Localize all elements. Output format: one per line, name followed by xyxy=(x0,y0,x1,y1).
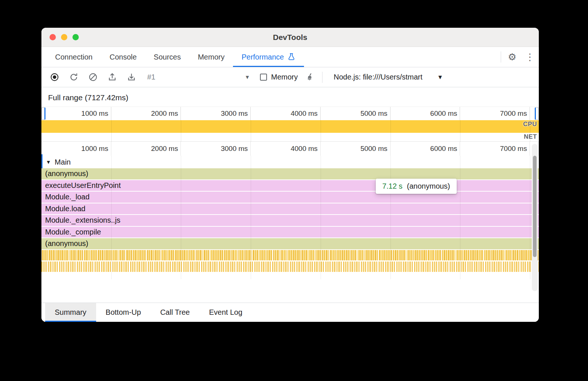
clear-icon xyxy=(88,73,98,82)
full-range-label: Full range (7127.42ms) xyxy=(41,87,539,107)
flame-entry-module-load[interactable]: Module.load xyxy=(41,203,539,215)
flame-entry-module-compile[interactable]: Module._compile xyxy=(41,227,539,239)
save-profile-button[interactable] xyxy=(124,70,138,84)
ruler-tick: 1000 ms xyxy=(41,107,111,120)
collapse-triangle-icon: ▼ xyxy=(46,159,51,165)
load-profile-button[interactable] xyxy=(105,70,119,84)
flame-micro-entries-band-2[interactable] xyxy=(41,262,539,273)
main-track-header[interactable]: ▼ Main xyxy=(41,156,539,168)
memory-checkbox[interactable] xyxy=(260,74,267,81)
download-icon xyxy=(127,73,136,82)
tab-memory-label: Memory xyxy=(198,53,224,61)
ruler-tick: 4000 ms xyxy=(251,142,321,156)
clear-button[interactable] xyxy=(86,70,100,84)
flame-chart: 1000 ms 2000 ms 3000 ms 4000 ms 5000 ms … xyxy=(41,142,539,303)
toolbar-divider xyxy=(322,72,322,83)
flame-entry-label: Module._extensions..js xyxy=(45,216,120,225)
track-selection-bar xyxy=(41,154,43,168)
tab-event-log-label: Event Log xyxy=(209,308,242,317)
desktop-background: DevTools Connection Console Sources Memo… xyxy=(0,0,588,381)
target-select-value: Node.js: file:///Users/stmart xyxy=(334,73,422,81)
record-button[interactable] xyxy=(47,70,61,84)
ruler-tick: 6000 ms xyxy=(391,142,460,156)
ruler-tick: 3000 ms xyxy=(181,107,251,120)
traffic-lights xyxy=(50,28,79,47)
tab-event-log[interactable]: Event Log xyxy=(199,303,252,322)
flame-entry-label: executeUserEntryPoint xyxy=(45,181,121,190)
flame-entry-label: (anonymous) xyxy=(45,169,88,178)
tooltip-label: (anonymous) xyxy=(407,182,450,190)
reload-and-record-button[interactable] xyxy=(67,70,81,84)
performance-toolbar: #1 ▾ Memory Node.js: file:///Users/stmar… xyxy=(41,67,539,87)
ruler-tick: 4000 ms xyxy=(251,107,321,120)
range-handle-right[interactable] xyxy=(535,107,539,120)
ruler-tick: 3000 ms xyxy=(181,142,251,156)
tabbar-divider xyxy=(501,51,501,63)
flame-entry-label: (anonymous) xyxy=(45,239,88,248)
performance-panel: Full range (7127.42ms) 1000 ms 2000 ms 3… xyxy=(41,87,539,303)
close-window-button[interactable] xyxy=(50,34,56,40)
network-track[interactable]: NET xyxy=(41,133,539,142)
cpu-activity-track[interactable]: CPU xyxy=(41,120,539,133)
flame-entry-module-load-underscore[interactable]: Module._load xyxy=(41,192,539,203)
tab-memory[interactable]: Memory xyxy=(189,47,233,67)
tab-bottom-up[interactable]: Bottom-Up xyxy=(96,303,151,322)
record-icon xyxy=(50,73,59,82)
timeline-overview[interactable]: 1000 ms 2000 ms 3000 ms 4000 ms 5000 ms … xyxy=(41,107,539,142)
ruler-tick: 5000 ms xyxy=(321,142,391,156)
ruler-tick: 7000 ms xyxy=(460,142,530,156)
flame-entry-label: Module.load xyxy=(45,205,85,213)
tab-sources[interactable]: Sources xyxy=(145,47,189,67)
ruler-tick: 2000 ms xyxy=(111,142,181,156)
tab-call-tree-label: Call Tree xyxy=(160,308,190,317)
flame-entry-anonymous-top[interactable]: (anonymous) xyxy=(41,168,539,180)
tab-summary-label: Summary xyxy=(55,308,87,317)
main-tab-bar: Connection Console Sources Memory Perfor… xyxy=(41,47,539,67)
flame-entry-anonymous-bottom[interactable]: (anonymous) xyxy=(41,238,539,250)
settings-gear-icon[interactable]: ⚙ xyxy=(503,47,521,67)
kebab-menu-icon[interactable]: ⋮ xyxy=(521,47,539,67)
zoom-window-button[interactable] xyxy=(72,34,79,40)
window-title: DevTools xyxy=(273,33,307,42)
tab-connection-label: Connection xyxy=(55,53,92,61)
reload-icon xyxy=(69,73,78,82)
ruler-tick: 2000 ms xyxy=(111,107,181,120)
ruler-tick: 7000 ms xyxy=(460,107,530,120)
ruler-tick: 1000 ms xyxy=(41,142,111,156)
tab-console-label: Console xyxy=(109,53,136,61)
flame-entry-label: Module._load xyxy=(45,193,89,201)
window-titlebar: DevTools xyxy=(41,28,539,47)
tab-performance[interactable]: Performance xyxy=(233,47,304,67)
garbage-broom-icon xyxy=(305,73,315,82)
scrollbar-thumb[interactable] xyxy=(533,156,537,257)
range-handle-left[interactable] xyxy=(41,107,45,120)
flame-entry-executeUserEntryPoint[interactable]: executeUserEntryPoint xyxy=(41,180,539,192)
ruler-tick: 6000 ms xyxy=(391,107,460,120)
flame-micro-entries-band-1[interactable] xyxy=(41,250,539,262)
tab-summary[interactable]: Summary xyxy=(45,303,96,322)
main-track-label: Main xyxy=(55,158,71,166)
tab-performance-label: Performance xyxy=(241,53,284,61)
minimize-window-button[interactable] xyxy=(61,34,67,40)
tab-sources-label: Sources xyxy=(154,53,181,61)
memory-checkbox-label: Memory xyxy=(271,73,298,81)
devtools-window: DevTools Connection Console Sources Memo… xyxy=(41,28,539,322)
target-caret-icon: ▼ xyxy=(437,74,443,81)
flame-entry-module-extensions-js[interactable]: Module._extensions..js xyxy=(41,215,539,227)
chevron-down-icon: ▾ xyxy=(246,73,249,81)
tabbar-spacer xyxy=(304,47,499,67)
flame-entry-tooltip: 7.12 s (anonymous) xyxy=(376,179,457,194)
upload-icon xyxy=(108,73,117,82)
memory-checkbox-group: Memory xyxy=(260,73,298,81)
experiment-flask-icon xyxy=(287,53,295,61)
tab-bottom-up-label: Bottom-Up xyxy=(106,308,141,317)
tab-connection[interactable]: Connection xyxy=(47,47,101,67)
scrollbar-track[interactable] xyxy=(532,144,538,291)
tooltip-duration: 7.12 s xyxy=(382,182,402,190)
target-select[interactable]: Node.js: file:///Users/stmart ▼ xyxy=(334,73,443,81)
tab-call-tree[interactable]: Call Tree xyxy=(151,303,199,322)
detail-tab-bar: Summary Bottom-Up Call Tree Event Log xyxy=(41,303,539,322)
tab-console[interactable]: Console xyxy=(101,47,145,67)
session-select[interactable]: #1 ▾ xyxy=(143,71,253,84)
collect-garbage-button[interactable] xyxy=(303,70,317,84)
